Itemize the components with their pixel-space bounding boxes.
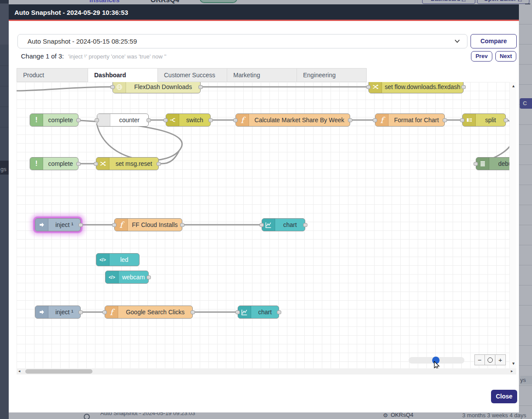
output-port[interactable]: [78, 223, 83, 227]
node-label: webcam: [119, 271, 148, 283]
input-port[interactable]: [233, 118, 238, 122]
tab-engineering[interactable]: Engineering: [297, 68, 367, 82]
function-icon: f: [236, 114, 249, 126]
output-port[interactable]: [303, 223, 307, 227]
zoom-out-button[interactable]: −: [474, 354, 485, 365]
flow-node-split[interactable]: split: [462, 113, 506, 127]
flow-canvas[interactable]: FlexDash Downloadsset flow.downloads.fle…: [17, 82, 509, 368]
output-port[interactable]: [76, 118, 81, 122]
input-port[interactable]: [259, 223, 264, 227]
scroll-down-icon[interactable]: ▼: [512, 361, 515, 366]
input-port[interactable]: [235, 310, 240, 314]
node-label: inject ¹: [48, 306, 80, 318]
inject-arrow-icon: [35, 219, 48, 231]
flow-tabs: ProductDashboardCustomer SuccessMarketin…: [17, 68, 367, 82]
inject-arrow-icon: [35, 306, 48, 318]
output-port[interactable]: [76, 162, 81, 166]
flow-node-switch[interactable]: switch: [166, 113, 211, 127]
horizontal-scrollbar[interactable]: ◂ ▸: [17, 368, 516, 374]
modal-header: Auto Snapshot - 2024-05-29 10:36:53: [9, 4, 519, 21]
flow-node-debug[interactable]: debug: [476, 157, 509, 170]
zoom-in-button[interactable]: +: [495, 354, 506, 365]
flow-node-inject1[interactable]: inject ¹: [35, 218, 81, 231]
flow-node-chart1[interactable]: chart: [262, 218, 305, 231]
input-port[interactable]: [164, 118, 168, 122]
output-port[interactable]: [461, 85, 466, 89]
horizontal-scroll-thumb[interactable]: [25, 369, 92, 374]
input-port[interactable]: [474, 162, 478, 166]
globe-icon: [113, 82, 126, 93]
output-port[interactable]: [78, 310, 83, 314]
flow-node-chart2[interactable]: chart: [238, 306, 279, 319]
mouse-cursor-icon: [434, 361, 440, 368]
node-label: complete: [43, 158, 78, 170]
scroll-right-icon[interactable]: ▸: [511, 369, 513, 373]
input-port[interactable]: [366, 85, 371, 89]
function-icon: f: [375, 114, 389, 126]
wire: [17, 87, 111, 91]
flow-node-ffcloud[interactable]: fFF Cloud Installs: [114, 218, 182, 231]
input-port[interactable]: [110, 85, 115, 89]
zoom-reset-button[interactable]: [485, 354, 495, 365]
input-port[interactable]: [460, 118, 464, 122]
output-port[interactable]: [504, 118, 508, 122]
flow-node-calc[interactable]: fCalculate Market Share By Week: [235, 113, 350, 127]
flow-node-format[interactable]: fFormat for Chart: [375, 113, 445, 127]
node-label: complete: [43, 114, 78, 126]
flow-node-setflex[interactable]: set flow.downloads.flexdash: [368, 82, 464, 93]
function-icon: f: [105, 306, 118, 318]
flow-node-setreset[interactable]: set msg.reset: [96, 157, 159, 170]
vertical-scrollbar[interactable]: ▲ ▼: [509, 82, 516, 368]
output-port[interactable]: [180, 223, 184, 227]
output-port[interactable]: [348, 118, 352, 122]
scroll-left-icon[interactable]: ◂: [18, 369, 20, 373]
node-label: Format for Chart: [389, 114, 444, 126]
function-icon: f: [115, 219, 128, 231]
flow-node-webcam[interactable]: </>webcam: [105, 271, 149, 284]
output-port[interactable]: [147, 118, 151, 122]
input-port[interactable]: [373, 118, 377, 122]
flow-node-flexdash[interactable]: FlexDash Downloads: [113, 82, 201, 93]
code-icon: </>: [106, 271, 119, 283]
complete-icon: !: [30, 158, 43, 170]
flow-node-complete1[interactable]: !complete: [30, 113, 78, 127]
output-port[interactable]: [198, 85, 203, 89]
compare-button[interactable]: Compare: [471, 34, 517, 48]
output-port[interactable]: [157, 162, 161, 166]
split-icon: [463, 114, 476, 126]
node-label: led: [109, 254, 139, 266]
tab-customer-success[interactable]: Customer Success: [158, 68, 227, 82]
output-port[interactable]: [191, 310, 195, 314]
output-port[interactable]: [277, 310, 281, 314]
flow-node-complete2[interactable]: !complete: [30, 157, 78, 170]
flow-node-inject2[interactable]: inject ¹: [35, 306, 81, 319]
flow-node-google[interactable]: fGoogle Search Clicks: [105, 306, 193, 319]
scroll-up-icon[interactable]: ▲: [512, 84, 515, 88]
change-description: 'inject ¹' property 'once' was 'true' no…: [68, 53, 166, 60]
flow-node-led[interactable]: </>led: [96, 253, 140, 266]
flow-node-counter[interactable]: counter: [97, 113, 149, 127]
input-port[interactable]: [94, 162, 98, 166]
close-button[interactable]: Close: [491, 390, 517, 403]
tab-dashboard[interactable]: Dashboard: [88, 68, 158, 82]
prev-button[interactable]: Prev: [471, 51, 492, 62]
snapshot-select-value: Auto Snapshot - 2024-05-15 08:25:59: [27, 38, 137, 45]
input-port[interactable]: [102, 310, 107, 314]
node-label: inject ¹: [48, 219, 80, 231]
node-label: counter: [110, 114, 148, 126]
change-icon: [96, 158, 109, 170]
input-port[interactable]: [95, 118, 99, 122]
screen: gs Instances OKRsQ4 Dashboard Open Edito…: [0, 0, 532, 419]
tab-marketing[interactable]: Marketing: [227, 68, 297, 82]
node-label: Google Search Clicks: [118, 306, 192, 318]
tab-product[interactable]: Product: [17, 68, 88, 82]
input-port[interactable]: [112, 223, 116, 227]
snapshot-select[interactable]: Auto Snapshot - 2024-05-15 08:25:59: [17, 34, 467, 48]
output-port[interactable]: [443, 118, 447, 122]
debug-icon: [476, 158, 489, 170]
next-button[interactable]: Next: [495, 51, 516, 62]
complete-icon: !: [30, 114, 43, 126]
output-port[interactable]: [147, 275, 151, 279]
output-port[interactable]: [208, 118, 213, 122]
node-label: split: [476, 114, 505, 126]
